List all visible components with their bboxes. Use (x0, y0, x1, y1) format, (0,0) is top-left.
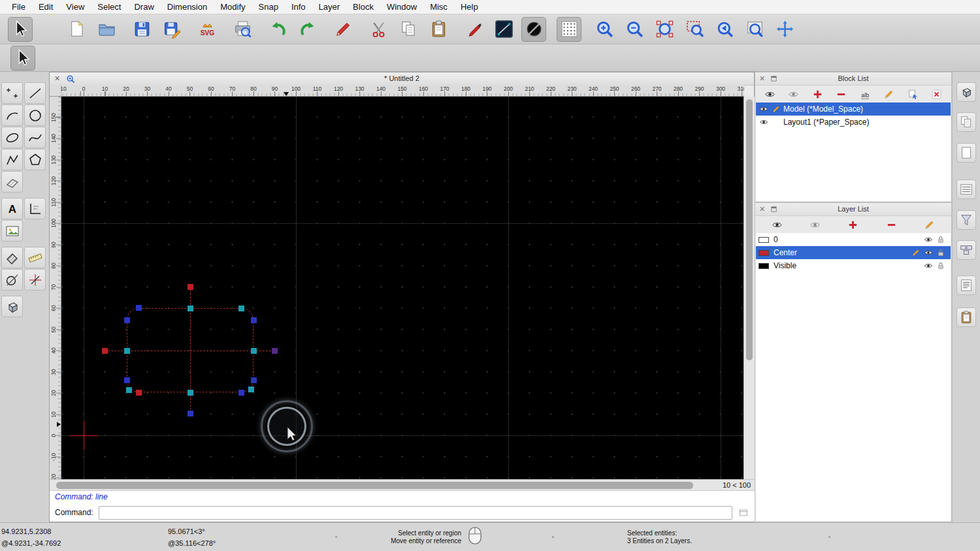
draw-text-button[interactable]: A (1, 198, 23, 219)
draw-circle-button[interactable] (24, 104, 46, 126)
insert-block-button[interactable] (904, 87, 922, 101)
selection-handle[interactable] (238, 390, 244, 396)
attributes-pen-button[interactable] (461, 17, 486, 42)
block-list-item[interactable]: Layout1 (*Paper_Space) (756, 116, 951, 129)
selection-handle[interactable] (124, 348, 130, 354)
copy-button[interactable] (396, 17, 421, 42)
pan-button[interactable] (772, 17, 797, 42)
selection-handle[interactable] (248, 386, 254, 392)
toggle-block-visibility-button[interactable] (785, 87, 803, 101)
vertical-scrollbar-thumb[interactable] (746, 99, 753, 360)
paste-button[interactable] (426, 17, 451, 42)
dock-toggle-1-button[interactable] (956, 82, 976, 102)
edit-layer-button[interactable] (921, 217, 939, 232)
rename-block-button[interactable]: alb (856, 87, 874, 101)
layer-list-item[interactable]: Visible (756, 259, 951, 272)
centerline-horizontal[interactable] (105, 351, 274, 351)
selection-handle[interactable] (188, 411, 193, 417)
zoom-page-button[interactable] (742, 17, 767, 42)
zoom-auto-button[interactable] (652, 17, 677, 42)
horizontal-scrollbar[interactable]: 10 < 100 (50, 479, 755, 490)
selection-handle[interactable] (188, 306, 193, 311)
selection-handle[interactable] (188, 284, 193, 290)
edit-entity-button[interactable] (331, 17, 355, 42)
toggle-layer-visibility-button[interactable] (806, 217, 825, 232)
menu-view[interactable]: View (59, 0, 91, 14)
layer-list-float-icon[interactable] (770, 206, 777, 213)
delete-block-button[interactable] (928, 87, 946, 101)
current-pen-button[interactable] (491, 17, 516, 42)
select-button[interactable] (8, 17, 33, 42)
zoom-in-button[interactable] (592, 17, 617, 42)
layer-list-item[interactable]: Center (756, 246, 951, 259)
selection-handle[interactable] (188, 390, 193, 396)
menu-layer[interactable]: Layer (312, 0, 347, 14)
selection-handle[interactable] (124, 377, 130, 383)
horizontal-scrollbar-thumb[interactable] (56, 482, 693, 489)
selection-handle[interactable] (272, 348, 278, 354)
menu-info[interactable]: Info (285, 0, 312, 14)
menu-draw[interactable]: Draw (127, 0, 160, 14)
draw-ellipse-button[interactable] (1, 127, 23, 148)
save-button[interactable] (129, 17, 154, 42)
selection-handle[interactable] (126, 387, 132, 393)
dock-toggle-6-button[interactable] (956, 240, 976, 260)
show-all-layers-button[interactable] (768, 217, 786, 232)
selection-handle[interactable] (251, 348, 257, 354)
selection-handle[interactable] (251, 317, 257, 323)
open-drawing-button[interactable] (94, 17, 119, 42)
menu-help[interactable]: Help (454, 0, 485, 14)
zoom-previous-button[interactable] (712, 17, 737, 42)
menu-select[interactable]: Select (91, 0, 127, 14)
no-fill-mode-button[interactable] (521, 17, 546, 42)
menu-edit[interactable]: Edit (32, 0, 59, 14)
zoom-window-button[interactable] (682, 17, 707, 42)
solid-views-button[interactable] (1, 296, 23, 317)
dock-toggle-3-button[interactable] (956, 143, 976, 163)
menu-misc[interactable]: Misc (423, 0, 454, 14)
menu-snap[interactable]: Snap (252, 0, 285, 14)
new-drawing-button[interactable] (64, 17, 89, 42)
selection-handle[interactable] (102, 348, 108, 354)
dock-toggle-2-button[interactable] (956, 112, 976, 132)
vertical-scrollbar[interactable] (743, 97, 755, 479)
edit-block-button[interactable] (880, 87, 898, 101)
dock-toggle-8-button[interactable] (956, 307, 976, 327)
draw-line-button[interactable] (24, 82, 46, 104)
block-list-item[interactable]: Model (*Model_Space) (756, 102, 951, 116)
layer-list-close-icon[interactable]: ✕ (759, 203, 765, 215)
hatch-fill-button[interactable] (1, 247, 23, 268)
selection-handle[interactable] (124, 317, 130, 323)
dock-toggle-7-button[interactable] (956, 276, 976, 295)
selection-handle[interactable] (251, 377, 257, 383)
add-block-button[interactable] (808, 87, 826, 101)
redo-button[interactable] (295, 17, 320, 42)
dock-toggle-4-button[interactable] (956, 180, 976, 199)
select-arrow-button[interactable] (10, 46, 35, 71)
block-list-float-icon[interactable] (770, 75, 777, 82)
add-layer-button[interactable] (844, 217, 862, 232)
snap-tool-button[interactable] (24, 269, 46, 291)
cut-button[interactable] (366, 17, 391, 42)
draw-polygon-button[interactable] (24, 149, 46, 170)
draw-hatch-button[interactable] (1, 171, 23, 193)
draw-arc-button[interactable] (1, 104, 23, 126)
dock-toggle-5-button[interactable] (956, 210, 976, 230)
insert-image-button[interactable] (1, 220, 23, 242)
draw-polyline-button[interactable] (1, 149, 23, 170)
menu-window[interactable]: Window (380, 0, 423, 14)
draw-spline-button[interactable] (24, 127, 46, 148)
remove-layer-button[interactable] (882, 217, 900, 232)
menu-dimension[interactable]: Dimension (161, 0, 214, 14)
selection-handle[interactable] (136, 390, 142, 396)
zoom-out-button[interactable] (622, 17, 647, 42)
save-as-button[interactable] (159, 17, 184, 42)
grid-toggle-button[interactable] (557, 17, 581, 42)
measure-button[interactable] (24, 247, 46, 268)
export-svg-button[interactable]: SVG (195, 17, 220, 42)
command-dock-icon[interactable] (738, 508, 749, 518)
modify-tool-button[interactable] (1, 269, 23, 291)
menu-file[interactable]: File (5, 0, 32, 14)
command-input[interactable] (99, 506, 732, 520)
draw-point-button[interactable] (1, 82, 23, 104)
